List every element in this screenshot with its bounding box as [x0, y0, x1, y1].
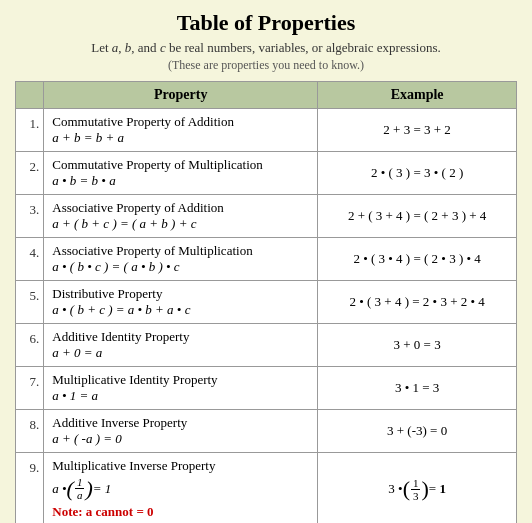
table-row: 3. Associative Property of Addition a + …: [16, 195, 517, 238]
property-cell: Associative Property of Addition a + ( b…: [44, 195, 318, 238]
example-cell: 2 + ( 3 + 4 ) = ( 2 + 3 ) + 4: [318, 195, 517, 238]
sub-note: (These are properties you need to know.): [15, 58, 517, 73]
table-row: 4. Associative Property of Multiplicatio…: [16, 238, 517, 281]
table-row: 6. Additive Identity Property a + 0 = a …: [16, 324, 517, 367]
table-row: 8. Additive Inverse Property a + ( -a ) …: [16, 410, 517, 453]
col-property-header: Property: [44, 82, 318, 109]
table-row: 9. Multiplicative Inverse Property a • (…: [16, 453, 517, 524]
table-row: 2. Commutative Property of Multiplicatio…: [16, 152, 517, 195]
example-cell: 2 • ( 3 • 4 ) = ( 2 • 3 ) • 4: [318, 238, 517, 281]
example-cell: 2 • ( 3 ) = 3 • ( 2 ): [318, 152, 517, 195]
example-cell: 2 • ( 3 + 4 ) = 2 • 3 + 2 • 4: [318, 281, 517, 324]
row-num: 5.: [16, 281, 44, 324]
property-cell: Additive Identity Property a + 0 = a: [44, 324, 318, 367]
property-cell: Commutative Property of Addition a + b =…: [44, 109, 318, 152]
example-cell: 2 + 3 = 3 + 2: [318, 109, 517, 152]
row-num: 6.: [16, 324, 44, 367]
row-num: 8.: [16, 410, 44, 453]
col-example-header: Example: [318, 82, 517, 109]
row-num: 4.: [16, 238, 44, 281]
row-num: 7.: [16, 367, 44, 410]
row-num: 2.: [16, 152, 44, 195]
row-num: 3.: [16, 195, 44, 238]
property-cell: Multiplicative Identity Property a • 1 =…: [44, 367, 318, 410]
property-cell: Commutative Property of Multiplication a…: [44, 152, 318, 195]
table-row: 7. Multiplicative Identity Property a • …: [16, 367, 517, 410]
row-num: 1.: [16, 109, 44, 152]
property-cell: Distributive Property a • ( b + c ) = a …: [44, 281, 318, 324]
example-cell: 3 • 1 = 3: [318, 367, 517, 410]
col-num-header: [16, 82, 44, 109]
property-cell: Additive Inverse Property a + ( -a ) = 0: [44, 410, 318, 453]
example-cell: 3 + 0 = 3: [318, 324, 517, 367]
properties-table: Property Example 1. Commutative Property…: [15, 81, 517, 523]
table-row: 1. Commutative Property of Addition a + …: [16, 109, 517, 152]
row-num: 9.: [16, 453, 44, 524]
property-cell: Associative Property of Multiplication a…: [44, 238, 318, 281]
table-row: 5. Distributive Property a • ( b + c ) =…: [16, 281, 517, 324]
example-cell: 3 • ( 1 3 ) = 1: [318, 453, 517, 524]
property-cell: Multiplicative Inverse Property a • ( 1 …: [44, 453, 318, 524]
subtitle: Let a, b, and c be real numbers, variabl…: [15, 40, 517, 56]
page-title: Table of Properties: [15, 10, 517, 36]
example-cell: 3 + (-3) = 0: [318, 410, 517, 453]
